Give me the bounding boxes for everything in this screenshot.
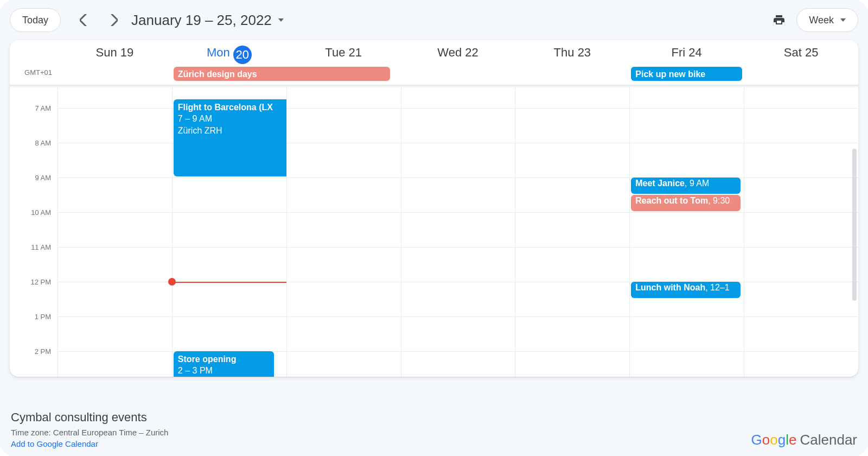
- day-header[interactable]: Wed 22: [401, 46, 515, 60]
- hour-label: 9 AM: [35, 173, 51, 181]
- add-to-calendar-link[interactable]: Add to Google Calendar: [11, 439, 168, 448]
- calendar-event[interactable]: Flight to Barcelona (LX7 – 9 AMZürich ZR…: [174, 99, 286, 176]
- calendar-surface: Sun 19Mon 20Tue 21Wed 22Thu 23Fri 24Sat …: [10, 40, 858, 377]
- day-header[interactable]: Sat 25: [744, 46, 858, 60]
- prev-week-button[interactable]: [76, 12, 91, 28]
- nav-arrows: [76, 12, 122, 28]
- scrollbar[interactable]: [852, 149, 857, 301]
- day-header[interactable]: Sun 19: [58, 46, 172, 60]
- print-button[interactable]: [771, 12, 787, 28]
- timezone-label: GMT+01: [10, 65, 58, 85]
- date-range-label: January 19 – 25, 2022: [131, 12, 272, 29]
- next-week-button[interactable]: [106, 12, 122, 28]
- day-header[interactable]: Thu 23: [515, 46, 629, 60]
- date-range-picker[interactable]: January 19 – 25, 2022: [131, 12, 284, 29]
- today-button[interactable]: Today: [10, 8, 61, 32]
- footer: Cymbal consulting events Time zone: Cent…: [11, 410, 857, 448]
- hour-label: 11 AM: [31, 243, 51, 251]
- header: Today January 19 – 25, 2022 Week: [0, 0, 868, 40]
- view-selector[interactable]: Week: [796, 8, 858, 32]
- chevron-down-icon: [278, 18, 284, 22]
- now-indicator: [172, 282, 286, 283]
- allday-row: GMT+01 Zürich design daysPick up new bik…: [10, 65, 858, 85]
- now-indicator-dot: [168, 278, 176, 286]
- hour-label: 8 AM: [35, 138, 51, 147]
- calendar-event[interactable]: Lunch with Noah, 12–1: [631, 282, 741, 298]
- calendar-title: Cymbal consulting events: [11, 410, 168, 425]
- brand-logo: Google Calendar: [751, 432, 857, 448]
- day-header-row: Sun 19Mon 20Tue 21Wed 22Thu 23Fri 24Sat …: [10, 40, 858, 65]
- timezone-description: Time zone: Central European Time – Zuric…: [11, 428, 168, 437]
- calendar-event[interactable]: Store opening2 – 3 PM: [174, 351, 274, 377]
- view-label: Week: [809, 15, 834, 26]
- time-grid[interactable]: 7 AM8 AM9 AM10 AM11 AM12 PM1 PM2 PM Flig…: [10, 85, 858, 377]
- chevron-down-icon: [840, 18, 846, 22]
- day-header[interactable]: Fri 24: [629, 46, 744, 60]
- hour-label: 12 PM: [30, 277, 51, 286]
- allday-event[interactable]: Pick up new bike: [631, 67, 742, 81]
- day-header[interactable]: Mon 20: [172, 43, 286, 62]
- app-frame: Today January 19 – 25, 2022 Week Sun 19M…: [0, 0, 868, 456]
- allday-event[interactable]: Zürich design days: [174, 67, 390, 81]
- calendar-event[interactable]: Meet Janice, 9 AM: [631, 178, 741, 194]
- day-header[interactable]: Tue 21: [286, 46, 401, 60]
- calendar-event[interactable]: Reach out to Tom, 9:30: [631, 195, 741, 211]
- hour-label: 1 PM: [35, 312, 51, 320]
- hour-label: 10 AM: [31, 208, 51, 216]
- hour-label: 7 AM: [35, 104, 51, 112]
- hour-label: 2 PM: [35, 347, 51, 355]
